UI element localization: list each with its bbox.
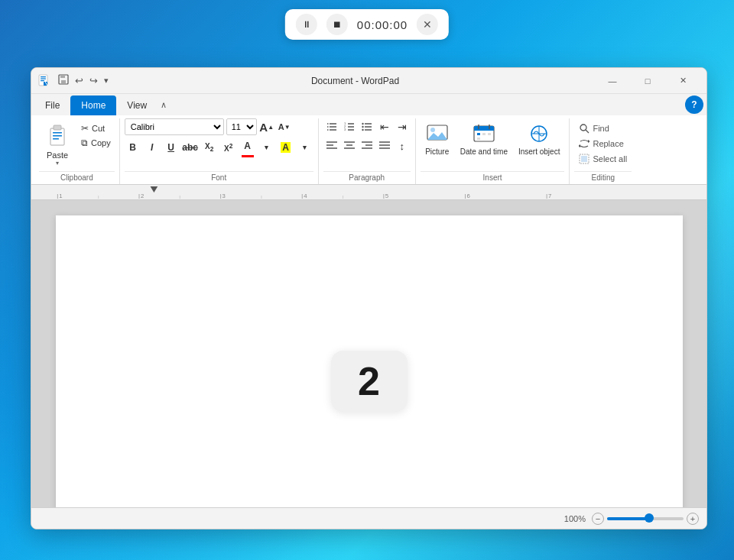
find-button[interactable]: Find: [574, 121, 632, 135]
window-title: Document - WordPad: [115, 76, 595, 86]
document-area[interactable]: 2: [31, 200, 706, 507]
font-grow-button[interactable]: A▲: [259, 119, 274, 134]
zoom-slider-fill: [607, 517, 649, 520]
superscript-icon: X2: [224, 142, 232, 153]
svg-rect-55: [477, 138, 480, 140]
copy-icon: ⧉: [81, 138, 88, 148]
insert-object-icon-box: [527, 121, 551, 146]
minimize-button[interactable]: —: [595, 69, 630, 93]
picture-button[interactable]: Picture: [421, 118, 454, 159]
pause-icon: ⏸: [302, 19, 311, 30]
insert-object-button[interactable]: Insert object: [514, 118, 564, 159]
tab-view[interactable]: View: [116, 95, 158, 115]
timer-close-button[interactable]: ✕: [417, 14, 438, 35]
svg-point-29: [362, 123, 363, 125]
app-icon: [37, 74, 51, 88]
copy-button[interactable]: ⧉ Copy: [77, 136, 115, 150]
paragraph-group-content: 123 ⇤ ⇥: [323, 118, 411, 170]
numbered-list-button[interactable]: 123: [341, 118, 358, 135]
align-left-button[interactable]: [323, 138, 340, 154]
subscript-button[interactable]: X2: [201, 139, 218, 156]
insert-object-label: Insert object: [518, 147, 560, 156]
svg-point-59: [580, 125, 586, 131]
underline-button[interactable]: U: [163, 139, 180, 156]
svg-rect-9: [50, 128, 64, 145]
increase-indent-icon: ⇥: [398, 121, 407, 133]
subscript-icon: X2: [205, 142, 213, 153]
help-button[interactable]: ?: [685, 95, 703, 114]
font-size-select[interactable]: 11: [226, 118, 257, 135]
italic-button[interactable]: I: [144, 139, 161, 156]
timer-pause-button[interactable]: ⏸: [296, 14, 317, 35]
highlight-color-dropdown[interactable]: ▾: [297, 139, 313, 156]
svg-rect-13: [53, 138, 59, 140]
superscript-button[interactable]: X2: [220, 139, 237, 156]
timer-display: 00:00:00: [357, 18, 408, 31]
insert-group-content: Picture: [421, 118, 565, 170]
font-family-select[interactable]: Calibri: [125, 118, 224, 135]
datetime-icon: [473, 123, 495, 144]
zoom-out-button[interactable]: −: [592, 513, 604, 525]
highlight-wrapper: A: [278, 139, 294, 156]
strikethrough-button[interactable]: abc: [182, 139, 199, 156]
align-center-button[interactable]: [341, 138, 358, 154]
underline-icon: U: [167, 142, 174, 153]
font-color-indicator: [242, 155, 254, 157]
customize-quick-access-button[interactable]: ▾: [102, 74, 111, 87]
increase-list-button[interactable]: [323, 118, 340, 135]
justify-icon: [378, 141, 391, 151]
align-left-icon: [326, 141, 338, 151]
list-icon: [326, 121, 338, 133]
font-shrink-button[interactable]: A▼: [277, 119, 292, 134]
svg-rect-64: [581, 156, 587, 162]
quick-access-toolbar: ↩ ↪ ▾: [56, 73, 111, 89]
highlight-button[interactable]: A: [278, 139, 294, 156]
increase-indent-button[interactable]: ⇥: [394, 118, 411, 135]
align-center-icon: [343, 141, 356, 151]
replace-button[interactable]: Replace: [574, 137, 632, 151]
font-row1: Calibri 11 A▲ A▼: [125, 118, 292, 135]
numbered-list-icon: 123: [343, 121, 356, 133]
datetime-button[interactable]: Date and time: [456, 118, 512, 159]
maximize-button[interactable]: □: [630, 69, 665, 93]
timer-stop-button[interactable]: ⏹: [326, 14, 348, 35]
zoom-slider-track[interactable]: [607, 517, 684, 520]
svg-point-45: [430, 128, 435, 132]
decrease-indent-button[interactable]: ⇤: [376, 118, 393, 135]
number-badge: 2: [331, 351, 408, 412]
ribbon-group-clipboard: Paste ▾ ✂ Cut ⧉ Copy Clipboard: [34, 118, 120, 184]
svg-rect-10: [54, 125, 61, 130]
highlight-dropdown-button[interactable]: ▾: [258, 139, 275, 156]
font-row2: B I U abc X2 X2: [125, 138, 313, 157]
tab-home[interactable]: Home: [70, 95, 116, 115]
font-shrink-icon: A: [278, 122, 284, 131]
bullets-icon: [361, 121, 373, 133]
save-quick-button[interactable]: [56, 73, 71, 89]
replace-label: Replace: [593, 139, 623, 148]
paste-icon: [45, 121, 70, 149]
justify-button[interactable]: [376, 138, 393, 154]
tab-file[interactable]: File: [34, 95, 70, 115]
undo-button[interactable]: ↩: [73, 73, 86, 88]
redo-button[interactable]: ↪: [87, 73, 100, 88]
ribbon-group-font: Calibri 11 A▲ A▼ B: [120, 118, 319, 184]
cut-button[interactable]: ✂ Cut: [77, 121, 115, 135]
ribbon-collapse-button[interactable]: ∧: [158, 99, 170, 112]
svg-text:3: 3: [222, 192, 226, 199]
select-all-button[interactable]: Select all: [574, 152, 632, 166]
strikethrough-icon: abc: [182, 142, 198, 153]
line-spacing-button[interactable]: ↕: [394, 138, 411, 154]
document-page[interactable]: 2: [56, 215, 683, 507]
line-spacing-icon: ↕: [399, 141, 404, 152]
para-row2: ↕: [323, 138, 411, 154]
close-button[interactable]: ✕: [665, 69, 700, 93]
replace-icon: [579, 138, 589, 149]
svg-rect-3: [41, 80, 44, 81]
bold-button[interactable]: B: [125, 139, 141, 156]
bullets-button[interactable]: [359, 118, 375, 135]
align-right-button[interactable]: [359, 138, 375, 154]
font-color-button[interactable]: A: [239, 138, 256, 154]
paste-button[interactable]: Paste ▾: [39, 118, 76, 170]
zoom-slider-thumb[interactable]: [645, 513, 654, 523]
zoom-in-button[interactable]: +: [687, 513, 699, 525]
